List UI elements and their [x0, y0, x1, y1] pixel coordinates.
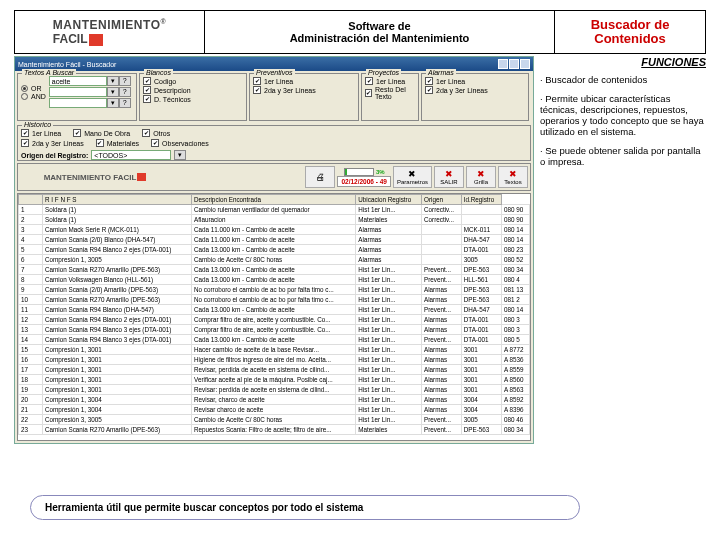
table-row[interactable]: 9Camion Scania (2/0) Amarillo (DPE-563)N… [19, 285, 530, 295]
legend-proyectos: Proyectos [366, 69, 401, 76]
col-header[interactable]: Descripcion Encontrada [192, 195, 356, 205]
banner-title: Buscador de Contenidos [555, 11, 705, 53]
results-table[interactable]: R I F N F SDescripcion EncontradaUbicaci… [18, 194, 530, 435]
legend-prevent: Preventivos [254, 69, 295, 76]
check-hist-observ[interactable]: Observaciones [151, 139, 209, 147]
search-input-3[interactable] [49, 98, 107, 108]
check-hist-otros[interactable]: Otros [142, 129, 170, 137]
table-row[interactable]: 23Camion Scania R270 Amarillo (DPE-563)R… [19, 425, 530, 435]
search-input-1[interactable]: aceite [49, 76, 107, 86]
table-row[interactable]: 4Camion Scania (2/0) Blanco (DHA-547)Cad… [19, 235, 530, 245]
check-proy-1linea[interactable]: 1er Linea [365, 77, 415, 85]
check-hist-mano[interactable]: Mano De Obra [73, 129, 130, 137]
textos-button[interactable]: ✖Textos [498, 166, 528, 188]
table-row[interactable]: 13Camion Scania R94 Blanco 3 ejes (DTA-0… [19, 325, 530, 335]
table-row[interactable]: 10Camion Scania R270 Amarillo (DPE-563)N… [19, 295, 530, 305]
legend-historico: Historico [22, 121, 53, 128]
radio-and[interactable]: AND [21, 93, 46, 100]
side-heading: FUNCIONES [540, 56, 706, 68]
table-row[interactable]: 18Compresión 1, 3001Verificar aceite al … [19, 375, 530, 385]
check-dtecnicos[interactable]: D. Técnicos [143, 95, 243, 103]
maximize-icon[interactable] [509, 59, 519, 69]
col-header[interactable]: Ubicacion Registro [356, 195, 422, 205]
check-proy1-label: 1er Linea [376, 78, 405, 85]
check-proy2-label: Resto Del Texto [375, 86, 415, 100]
radio-or-label: OR [31, 85, 42, 92]
search-go-icon[interactable]: ? [119, 87, 131, 97]
dropdown-icon[interactable]: ▾ [107, 76, 119, 86]
table-row[interactable]: 21Compresión 1, 3004Revisar charco de ac… [19, 405, 530, 415]
search-go-icon[interactable]: ? [119, 98, 131, 108]
parametros-button[interactable]: ✖Parametros [393, 166, 432, 188]
dropdown-icon[interactable]: ▾ [174, 150, 186, 160]
salir-label: SALIR [440, 179, 457, 185]
table-row[interactable]: 3Camion Mack Serie R (MCK-011)Cada 11.00… [19, 225, 530, 235]
table-row[interactable]: 22Compresión 3, 3005Cambio de Aceite C/ … [19, 415, 530, 425]
table-row[interactable]: 17Compresión 1, 3001Revisar, perdida de … [19, 365, 530, 375]
check-hist-1linea[interactable]: 1er Linea [21, 129, 61, 137]
table-row[interactable]: 7Camion Scania R270 Amarillo (DPE-563)Ca… [19, 265, 530, 275]
subtitle-line2: Administración del Mantenimiento [290, 32, 470, 44]
results-table-wrap: R I F N F SDescripcion EncontradaUbicaci… [17, 193, 531, 441]
table-row[interactable]: 15Compresión 1, 3001Hacer cambio de acei… [19, 345, 530, 355]
textos-label: Textos [504, 179, 521, 185]
check-codigo[interactable]: Codigo [143, 77, 243, 85]
group-historico: Historico 1er Linea Mano De Obra Otros 2… [17, 125, 531, 161]
table-row[interactable]: 20Compresión 1, 3004Revisar, charco de a… [19, 395, 530, 405]
check-prev-23linea[interactable]: 2da y 3er Lineas [253, 86, 355, 94]
salir-button[interactable]: ✖SALIR [434, 166, 464, 188]
check-alarm2-label: 2da y 3er Lineas [436, 87, 488, 94]
group-textos-buscar: Textos A Buscar OR AND aceite▾? ▾? ▾? [17, 73, 137, 121]
table-row[interactable]: 1Soldara (1)Cambio ruleman ventilador de… [19, 205, 530, 215]
subtitle-line1: Software de [348, 20, 410, 32]
check-prev-1linea[interactable]: 1er Linea [253, 77, 355, 85]
print-button[interactable]: 🖨 [305, 166, 335, 188]
radio-and-label: AND [31, 93, 46, 100]
table-row[interactable]: 8Camion Volkswagen Blanco (HLL-561)Cada … [19, 275, 530, 285]
dropdown-icon[interactable]: ▾ [107, 87, 119, 97]
toolbar-logo: MANTENIMIENTO FACIL [20, 173, 170, 182]
check-prev1-label: 1er Linea [264, 78, 293, 85]
table-row[interactable]: 11Camion Scania R94 Blanco (DHA-547)Cada… [19, 305, 530, 315]
check-dtec-label: D. Técnicos [154, 96, 191, 103]
table-row[interactable]: 6Compresión 1, 3005Cambio de Aceite C/ 8… [19, 255, 530, 265]
group-preventivos: Preventivos 1er Linea 2da y 3er Lineas [249, 73, 359, 121]
window-buttons[interactable] [497, 59, 530, 70]
progress-pct: 3% [376, 169, 385, 175]
window-title: Mantenimiento Fácil - Buscador [18, 61, 116, 68]
hist-c1-label: 1er Linea [32, 130, 61, 137]
col-header[interactable]: Origen [422, 195, 462, 205]
check-descripcion[interactable]: Descripcion [143, 86, 243, 94]
table-row[interactable]: 16Compresión 1, 3001Higiene de filtros i… [19, 355, 530, 365]
checkbox-icon [425, 86, 433, 94]
legend-alarmas: Alarmas [426, 69, 456, 76]
grilla-button[interactable]: ✖Grilla [466, 166, 496, 188]
search-input-2[interactable] [49, 87, 107, 97]
gear-icon: ✖ [408, 170, 416, 179]
radio-or[interactable]: OR [21, 85, 46, 92]
search-go-icon[interactable]: ? [119, 76, 131, 86]
close-icon[interactable] [520, 59, 530, 69]
table-row[interactable]: 19Compresión 1, 3001Revisar: perdida de … [19, 385, 530, 395]
logo-swatch-icon [137, 173, 146, 181]
check-hist-materiales[interactable]: Materiales [96, 139, 139, 147]
check-codigo-label: Codigo [154, 78, 176, 85]
check-alarm-1linea[interactable]: 1er Linea [425, 77, 525, 85]
checkbox-icon [143, 77, 151, 85]
check-hist-23linea[interactable]: 2da y 3er Lineas [21, 139, 84, 147]
group-alarmas: Alarmas 1er Linea 2da y 3er Lineas [421, 73, 529, 121]
table-row[interactable]: 5Camion Scania R94 Blanco 2 ejes (DTA-00… [19, 245, 530, 255]
check-proy-resto[interactable]: Resto Del Texto [365, 86, 415, 100]
col-header[interactable]: Id.Registro [461, 195, 501, 205]
table-row[interactable]: 2Soldara (1)AflauracionMaterialesCorrect… [19, 215, 530, 225]
top-banner: MANTENIMIENTO® FACIL Software de Adminis… [14, 10, 706, 54]
minimize-icon[interactable] [498, 59, 508, 69]
toolbar: MANTENIMIENTO FACIL 🖨 3% 02/12/2006 - 49… [17, 163, 531, 191]
origen-select[interactable]: <TODOS> [91, 150, 171, 160]
dropdown-icon[interactable]: ▾ [107, 98, 119, 108]
side-p2: Permite ubicar características técnicas,… [540, 93, 706, 137]
check-alarm-23linea[interactable]: 2da y 3er Lineas [425, 86, 525, 94]
col-header[interactable]: R I F N F S [43, 195, 192, 205]
table-row[interactable]: 12Camion Scania R94 Blanco 2 ejes (DTA-0… [19, 315, 530, 325]
table-row[interactable]: 14Camion Scania R94 Blanco 3 ejes (DTA-0… [19, 335, 530, 345]
